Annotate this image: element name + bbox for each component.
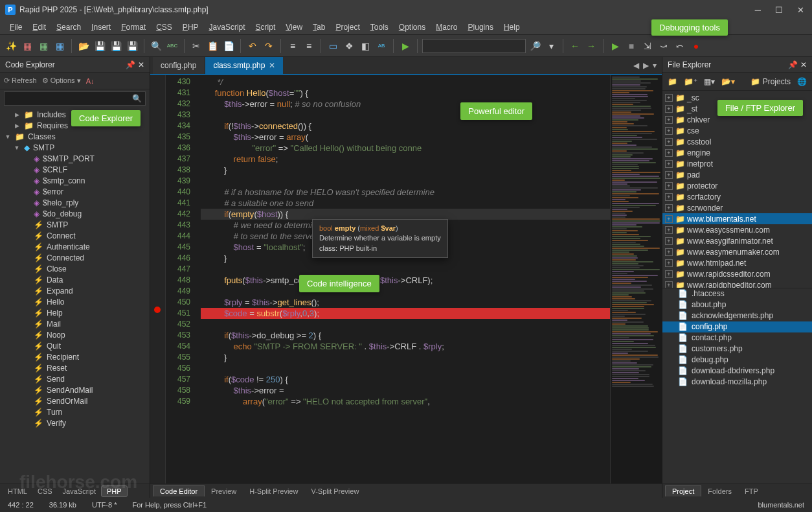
file-item[interactable]: 📄 download-mozilla.php bbox=[662, 377, 812, 388]
new-html-icon[interactable]: ▦ bbox=[52, 39, 67, 53]
step-icon[interactable]: ⇲ bbox=[640, 39, 655, 53]
panel3-icon[interactable]: ◧ bbox=[358, 39, 372, 53]
tab[interactable]: config.php bbox=[153, 57, 204, 74]
method[interactable]: ⚡ Connect bbox=[0, 230, 150, 241]
folders-icon[interactable]: 📂▾ bbox=[720, 76, 736, 87]
lang-tab-css[interactable]: CSS bbox=[32, 486, 58, 496]
tab[interactable]: class.smtp.php ✕ bbox=[205, 57, 283, 74]
gutter[interactable] bbox=[150, 75, 166, 483]
redo-icon[interactable]: ↷ bbox=[262, 39, 276, 53]
file-item[interactable]: 📄 debug.php bbox=[662, 355, 812, 366]
folder-classes[interactable]: ▼📁 Classes bbox=[0, 131, 150, 142]
file-item[interactable]: 📄 contact.php bbox=[662, 332, 812, 343]
folder-item[interactable]: +📁 scrwonder bbox=[662, 202, 812, 213]
folder-item[interactable]: +📁 www.easymenumaker.com bbox=[662, 246, 812, 257]
menu-file[interactable]: File bbox=[5, 21, 27, 34]
tab-menu-icon[interactable]: ▾ bbox=[653, 61, 657, 70]
method[interactable]: ⚡ Close bbox=[0, 263, 150, 274]
folder-item[interactable]: +📁 inetprot bbox=[662, 158, 812, 169]
indent-icon[interactable]: ≡ bbox=[286, 39, 300, 53]
panel-close-icon[interactable]: ✕ bbox=[138, 60, 144, 69]
save-as-icon[interactable]: 💾 bbox=[125, 39, 139, 53]
save-icon[interactable]: 💾 bbox=[93, 39, 107, 53]
outdent-icon[interactable]: ≡ bbox=[302, 39, 316, 53]
menu-css[interactable]: CSS bbox=[152, 21, 177, 34]
menu-tools[interactable]: Tools bbox=[366, 21, 393, 34]
refresh-button[interactable]: ⟳ Refresh bbox=[4, 76, 37, 85]
pin-icon[interactable]: 📌 bbox=[788, 60, 798, 69]
method[interactable]: ⚡ SendOrMail bbox=[0, 395, 150, 406]
menu-edit[interactable]: Edit bbox=[28, 21, 51, 34]
explorer-tab[interactable]: FTP bbox=[738, 486, 765, 496]
undo-icon[interactable]: ↶ bbox=[245, 39, 260, 53]
minimize-button[interactable]: ─ bbox=[752, 3, 763, 17]
explorer-search-input[interactable] bbox=[4, 91, 146, 106]
field[interactable]: ◈ $CRLF bbox=[0, 164, 150, 175]
new-js-icon[interactable]: ▦ bbox=[36, 39, 51, 53]
class-smtp[interactable]: ▼◆ SMTP bbox=[0, 142, 150, 153]
folder-item[interactable]: +📁 www.easygifanimator.net bbox=[662, 235, 812, 246]
menu-plugins[interactable]: Plugins bbox=[464, 21, 498, 34]
menu-insert[interactable]: Insert bbox=[87, 21, 115, 34]
menu-script[interactable]: Script bbox=[251, 21, 280, 34]
method[interactable]: ⚡ Help bbox=[0, 307, 150, 318]
copy-icon[interactable]: 📋 bbox=[205, 39, 220, 53]
method[interactable]: ⚡ Recipient bbox=[0, 351, 150, 362]
folder-item[interactable]: +📁 www.easycssmenu.com bbox=[662, 224, 812, 235]
new-css-icon[interactable]: ▦ bbox=[20, 39, 34, 53]
file-item[interactable]: 📄 config.php bbox=[662, 321, 812, 332]
menu-help[interactable]: Help bbox=[499, 21, 524, 34]
method[interactable]: ⚡ Verify bbox=[0, 417, 150, 428]
field[interactable]: ◈ $smtp_conn bbox=[0, 175, 150, 186]
menu-tab[interactable]: Tab bbox=[308, 21, 330, 34]
method[interactable]: ⚡ SendAndMail bbox=[0, 384, 150, 395]
globe-icon[interactable]: 🌐 bbox=[796, 76, 808, 87]
code-area[interactable]: Powerful editor bool empty (mixed $var) … bbox=[196, 75, 610, 483]
field[interactable]: ◈ $SMTP_PORT bbox=[0, 153, 150, 164]
method[interactable]: ⚡ Reset bbox=[0, 362, 150, 373]
folder-item[interactable]: +📁 www.blumentals.net bbox=[662, 213, 812, 224]
find-icon[interactable]: 🔍 bbox=[149, 39, 163, 53]
method[interactable]: ⚡ Hello bbox=[0, 296, 150, 307]
method[interactable]: ⚡ Send bbox=[0, 373, 150, 384]
explorer-tab[interactable]: Folders bbox=[701, 486, 738, 496]
explorer-tab[interactable]: Project bbox=[665, 485, 701, 496]
file-item[interactable]: 📄 download-dbdrivers.php bbox=[662, 366, 812, 377]
sort-button[interactable]: A↓ bbox=[86, 77, 95, 85]
menu-php[interactable]: PHP bbox=[178, 21, 203, 34]
open-icon[interactable]: 📂 bbox=[76, 39, 91, 53]
folder-item[interactable]: +📁 scrfactory bbox=[662, 191, 812, 202]
menu-javascript[interactable]: JavaScript bbox=[205, 21, 250, 34]
view-tab[interactable]: H-Split Preview bbox=[243, 486, 304, 496]
folder-item[interactable]: +📁 cse bbox=[662, 125, 812, 136]
options-button[interactable]: ⚙ Options ▾ bbox=[42, 76, 81, 85]
view-tab[interactable]: V-Split Preview bbox=[304, 486, 365, 496]
search-icon[interactable]: 🔍 bbox=[132, 94, 142, 103]
spellcheck-icon[interactable]: ABC bbox=[165, 39, 179, 53]
folder-item[interactable]: +📁 csstool bbox=[662, 136, 812, 147]
field[interactable]: ◈ $helo_rply bbox=[0, 197, 150, 208]
field[interactable]: ◈ $do_debug bbox=[0, 208, 150, 219]
file-item[interactable]: 📄 .htaccess bbox=[662, 288, 812, 299]
run-icon[interactable]: ▶ bbox=[398, 39, 412, 53]
panel2-icon[interactable]: ❖ bbox=[342, 39, 356, 53]
method[interactable]: ⚡ Turn bbox=[0, 406, 150, 417]
method[interactable]: ⚡ Data bbox=[0, 274, 150, 285]
debug-run-icon[interactable]: ▶ bbox=[608, 39, 622, 53]
forward-icon[interactable]: → bbox=[584, 39, 598, 53]
up-folder-icon[interactable]: 📁 bbox=[666, 76, 679, 87]
lang-tab-html[interactable]: HTML bbox=[3, 486, 32, 496]
view-tab[interactable]: Code Editor bbox=[153, 485, 205, 496]
new-folder-icon[interactable]: 📁⁺ bbox=[682, 76, 699, 87]
breakpoint-icon[interactable]: ● bbox=[689, 39, 703, 53]
menu-format[interactable]: Format bbox=[117, 21, 150, 34]
file-item[interactable]: 📄 customers.php bbox=[662, 343, 812, 355]
file-item[interactable]: 📄 acknowledgements.php bbox=[662, 310, 812, 321]
folder-item[interactable]: +📁 pad bbox=[662, 169, 812, 180]
view-tab[interactable]: Preview bbox=[205, 486, 243, 496]
panel1-icon[interactable]: ▭ bbox=[326, 39, 340, 53]
menu-macro[interactable]: Macro bbox=[431, 21, 462, 34]
method[interactable]: ⚡ Noop bbox=[0, 329, 150, 340]
pin-icon[interactable]: 📌 bbox=[126, 60, 135, 69]
panel4-icon[interactable]: AB bbox=[374, 39, 389, 53]
